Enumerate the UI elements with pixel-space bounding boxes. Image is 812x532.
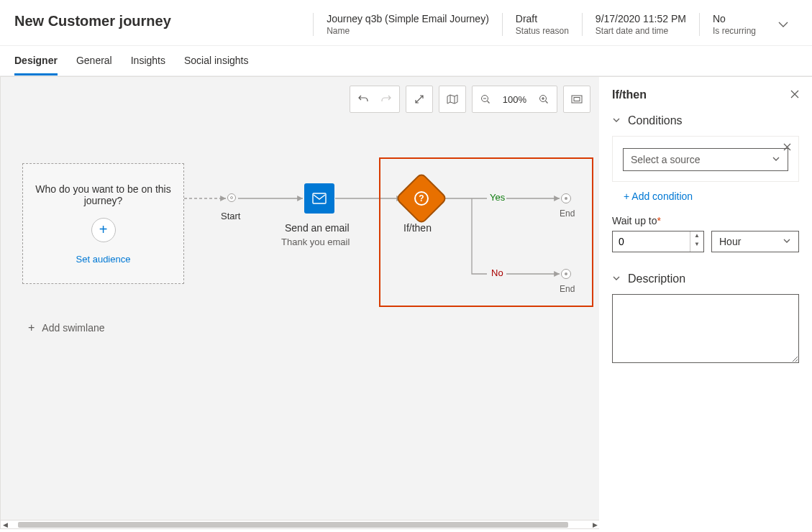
meta-startdate: 9/17/2020 11:52 PM Start date and time [582, 13, 699, 36]
wait-unit-value: Hour [719, 236, 741, 247]
start-label: Start [221, 211, 240, 221]
meta-name: Journey q3b (Simple Email Journey) Name [313, 13, 502, 36]
branch-yes-label: Yes [490, 192, 505, 203]
scroll-right-arrow[interactable]: ▶ [590, 521, 599, 528]
conditions-label: Conditions [628, 114, 683, 127]
scroll-left-arrow[interactable]: ◀ [1, 521, 9, 528]
chevron-down-icon [783, 236, 791, 247]
zoom-level: 100% [498, 94, 531, 105]
zoom-in-button[interactable] [534, 89, 554, 109]
description-textarea[interactable] [612, 294, 799, 363]
header-meta: Journey q3b (Simple Email Journey) Name … [313, 13, 769, 36]
minimap-group [439, 86, 466, 113]
add-swimlane-button[interactable]: + Add swimlane [28, 321, 105, 334]
canvas-toolbar: 100% [1, 77, 599, 113]
wait-value-input[interactable] [613, 231, 690, 252]
meta-status: Draft Status reason [502, 13, 582, 36]
zoom-in-icon [539, 94, 549, 104]
end-node-yes[interactable] [561, 193, 571, 203]
zoom-out-button[interactable] [475, 89, 496, 109]
svg-rect-2 [572, 96, 582, 103]
chevron-down-icon [612, 272, 621, 285]
email-title-label: Send an email [285, 222, 350, 234]
end-label-no: End [560, 284, 575, 294]
fit-button[interactable] [567, 89, 587, 109]
set-audience-link[interactable]: Set audience [76, 254, 131, 265]
horizontal-scrollbar[interactable]: ◀ ▶ [1, 520, 599, 528]
meta-value: Journey q3b (Simple Email Journey) [327, 13, 489, 24]
designer-canvas[interactable]: Who do you want to be on this journey? +… [1, 113, 599, 520]
map-icon [447, 94, 458, 104]
spinner-arrows: ▲ ▼ [690, 231, 703, 252]
tab-insights[interactable]: Insights [131, 46, 165, 75]
meta-label: Status reason [516, 26, 569, 36]
panel-title: If/then [612, 88, 647, 101]
redo-button[interactable] [376, 89, 396, 109]
end-label-yes: End [560, 208, 575, 219]
add-swimlane-label: Add swimlane [42, 322, 104, 334]
audience-question: Who do you want to be on this journey? [35, 183, 172, 206]
expand-header-button[interactable] [769, 13, 798, 38]
ifthen-tile[interactable]: ? [397, 174, 446, 223]
conditions-section-header[interactable]: Conditions [612, 114, 799, 127]
properties-panel: If/then Conditions Select a source + Add… [599, 76, 812, 529]
expand-button[interactable] [409, 89, 429, 109]
redo-icon [380, 93, 392, 105]
description-section-header[interactable]: Description [612, 272, 799, 285]
start-node[interactable] [227, 193, 236, 202]
undo-button[interactable] [353, 89, 373, 109]
panel-header: If/then [612, 88, 799, 101]
meta-label: Start date and time [596, 26, 686, 36]
select-source-placeholder: Select a source [631, 154, 701, 165]
fit-icon [571, 95, 583, 104]
wait-row: ▲ ▼ Hour [612, 231, 799, 252]
condition-card: Select a source [612, 136, 799, 182]
meta-value: Draft [516, 13, 569, 24]
select-source-dropdown[interactable]: Select a source [623, 148, 788, 171]
undo-redo-group [350, 86, 400, 113]
spinner-up-button[interactable]: ▲ [690, 231, 703, 240]
spinner-down-button[interactable]: ▼ [690, 240, 703, 249]
svg-rect-4 [313, 193, 326, 203]
body: 100% Who do you want [0, 76, 812, 529]
description-label: Description [628, 272, 685, 285]
question-icon: ? [414, 191, 429, 206]
wait-value-spinner[interactable]: ▲ ▼ [612, 231, 704, 252]
tabs: Designer General Insights Social insight… [0, 46, 812, 76]
wait-label-text: Wait up to [612, 215, 657, 226]
email-tile[interactable] [304, 183, 334, 214]
branch-no-label: No [491, 267, 503, 278]
add-audience-button[interactable]: + [91, 218, 116, 242]
meta-label: Is recurring [713, 26, 756, 36]
end-node-no[interactable] [561, 269, 571, 279]
audience-placeholder[interactable]: Who do you want to be on this journey? +… [22, 163, 184, 284]
remove-condition-button[interactable] [783, 142, 791, 153]
add-condition-link[interactable]: + Add condition [624, 191, 693, 202]
scrollbar-thumb[interactable] [18, 522, 568, 528]
expand-icon [414, 94, 424, 104]
fit-group [563, 86, 590, 113]
chevron-down-icon [772, 154, 780, 165]
page-title: New Customer journey [14, 13, 313, 29]
tab-general[interactable]: General [76, 46, 112, 75]
minimap-button[interactable] [442, 89, 462, 109]
plus-icon: + [28, 321, 35, 334]
meta-value: 9/17/2020 11:52 PM [596, 13, 686, 24]
close-panel-button[interactable] [790, 89, 799, 101]
tab-social-insights[interactable]: Social insights [184, 46, 249, 75]
wait-up-to-label: Wait up to* [612, 215, 799, 226]
wait-unit-select[interactable]: Hour [711, 231, 799, 252]
svg-rect-3 [574, 98, 580, 101]
plus-icon: + [99, 221, 108, 238]
meta-label: Name [327, 26, 489, 36]
page-header: New Customer journey Journey q3b (Simple… [0, 0, 812, 46]
undo-icon [357, 93, 369, 105]
close-icon [790, 90, 799, 98]
ifthen-label: If/then [403, 222, 432, 234]
email-icon [312, 193, 327, 204]
tab-designer[interactable]: Designer [14, 46, 58, 75]
zoom-out-icon [480, 94, 491, 104]
chevron-down-icon [777, 19, 789, 30]
expand-group [406, 86, 433, 113]
meta-recurring: No Is recurring [699, 13, 769, 36]
